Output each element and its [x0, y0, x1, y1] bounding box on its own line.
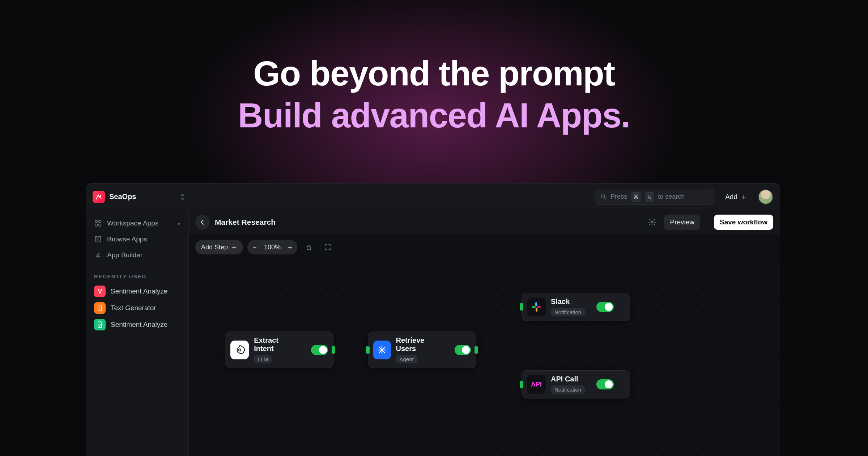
svg-rect-15 [536, 308, 537, 312]
recent-item[interactable]: Text Generator [90, 300, 185, 316]
svg-rect-4 [99, 224, 101, 226]
recent-item-label: Sentiment Analyze [111, 287, 167, 295]
search-input[interactable]: Press ⌘ k to search [595, 189, 714, 205]
add-button-label: Add [725, 193, 737, 201]
settings-button[interactable] [645, 215, 659, 229]
svg-rect-1 [95, 220, 97, 223]
gear-icon [648, 218, 656, 226]
node-title: Slack [551, 297, 585, 306]
recent-item[interactable]: Sentiment Analyze [90, 283, 185, 300]
search-icon [600, 194, 607, 200]
node-toggle[interactable] [596, 379, 614, 389]
node-toggle[interactable] [311, 345, 328, 355]
node-title: API Call [551, 375, 585, 383]
kbd-k: k [645, 192, 654, 202]
hero-headline: Go beyond the prompt Build advanced AI A… [0, 54, 868, 135]
port-in[interactable] [366, 346, 370, 354]
maximize-icon [324, 244, 331, 250]
node-title: Extract Intent [254, 336, 299, 353]
hero-line-2: Build advanced AI Apps. [0, 96, 868, 135]
zoom-control: − 100% ＋ [247, 240, 297, 254]
workflow-node-retrieve-users[interactable]: Retrieve Users Agent [368, 332, 476, 368]
svg-rect-2 [99, 220, 101, 223]
sidebar-item-app-builder[interactable]: App Builder [90, 247, 185, 263]
node-tag: LLM [254, 355, 272, 363]
preview-label: Preview [670, 218, 694, 226]
sidebar-item-label: Browse Apps [107, 235, 147, 243]
zoom-value: 100% [262, 244, 283, 251]
preview-button[interactable]: Preview [664, 215, 700, 230]
node-title: Retrieve Users [396, 336, 443, 353]
recent-item[interactable]: Sentiment Analyze [90, 316, 185, 333]
layout-icon [94, 236, 102, 242]
avatar[interactable] [758, 189, 773, 204]
main-header: Market Research Preview Save workflow [189, 210, 780, 234]
svg-rect-3 [95, 224, 97, 226]
plus-icon: ＋ [231, 243, 237, 252]
node-toggle[interactable] [596, 302, 614, 312]
topbar: SeaOps Press ⌘ k to search Add ＋ [86, 183, 780, 210]
port-out[interactable] [332, 346, 335, 354]
sidebar-item-browse-apps[interactable]: Browse Apps [90, 231, 185, 247]
svg-rect-14 [532, 306, 536, 308]
recently-used-label: RECENTLY USED [94, 273, 180, 279]
node-tag: Notification [551, 385, 585, 394]
workflow-node-api-call[interactable]: API API Call Notification [522, 370, 630, 398]
org-name: SeaOps [109, 193, 136, 201]
api-icon: API [527, 375, 546, 394]
workflow-node-extract-intent[interactable]: Extract Intent LLM [225, 332, 333, 368]
main-panel: Market Research Preview Save workflow A [189, 210, 780, 456]
chevron-up-down-icon [180, 193, 185, 200]
swap-icon [94, 252, 102, 258]
svg-point-10 [651, 221, 654, 223]
workflow-node-slack[interactable]: Slack Notification [522, 293, 630, 321]
save-label: Save workflow [720, 218, 767, 226]
document-check-icon [94, 319, 106, 330]
port-in[interactable] [520, 303, 523, 311]
edges [189, 260, 297, 314]
recent-item-label: Text Generator [111, 304, 156, 312]
app-window: SeaOps Press ⌘ k to search Add ＋ [86, 183, 780, 456]
search-placeholder-prefix: Press [610, 193, 627, 200]
document-icon [94, 302, 106, 314]
org-logo-icon [93, 191, 105, 203]
zoom-out-button[interactable]: − [247, 240, 262, 254]
svg-point-12 [238, 349, 241, 351]
org-switcher[interactable]: SeaOps [93, 191, 189, 203]
add-button[interactable]: Add ＋ [719, 189, 753, 204]
canvas-toolbar: Add Step ＋ − 100% ＋ [189, 234, 780, 260]
back-button[interactable] [195, 215, 210, 229]
slack-icon [527, 297, 546, 316]
fit-view-button[interactable] [320, 240, 335, 254]
openai-icon [230, 341, 249, 359]
svg-point-0 [601, 195, 605, 198]
kbd-cmd: ⌘ [631, 192, 641, 202]
minus-icon: − [252, 243, 257, 252]
grid-icon [94, 220, 102, 227]
zoom-in-button[interactable]: ＋ [283, 240, 297, 254]
port-in[interactable] [520, 381, 523, 388]
node-tag: Notification [551, 308, 585, 316]
add-step-button[interactable]: Add Step ＋ [195, 240, 243, 254]
svg-rect-11 [307, 247, 311, 250]
share-nodes-icon [94, 286, 106, 297]
sidebar-item-workspace-apps[interactable]: Workspace Apps ▸ [90, 215, 185, 231]
plus-icon: ＋ [286, 242, 294, 252]
sidebar-item-label: Workspace Apps [107, 219, 158, 227]
hero-line-1: Go beyond the prompt [0, 54, 868, 93]
save-workflow-button[interactable]: Save workflow [714, 215, 773, 230]
node-toggle[interactable] [455, 345, 471, 355]
lock-icon [306, 244, 312, 250]
port-out[interactable] [475, 346, 478, 354]
plus-icon: ＋ [740, 192, 747, 202]
lock-button[interactable] [302, 240, 316, 254]
recent-item-label: Sentiment Analyze [111, 321, 167, 329]
svg-rect-5 [95, 237, 97, 242]
sidebar: Workspace Apps ▸ Browse Apps App Builder… [86, 210, 189, 456]
svg-rect-16 [537, 306, 541, 308]
chevron-right-icon: ▸ [178, 220, 180, 226]
sidebar-item-label: App Builder [107, 251, 142, 259]
workspace: Workspace Apps ▸ Browse Apps App Builder… [86, 210, 780, 456]
add-step-label: Add Step [201, 244, 228, 251]
canvas[interactable]: Extract Intent LLM Retrieve Users Agent [189, 260, 780, 456]
